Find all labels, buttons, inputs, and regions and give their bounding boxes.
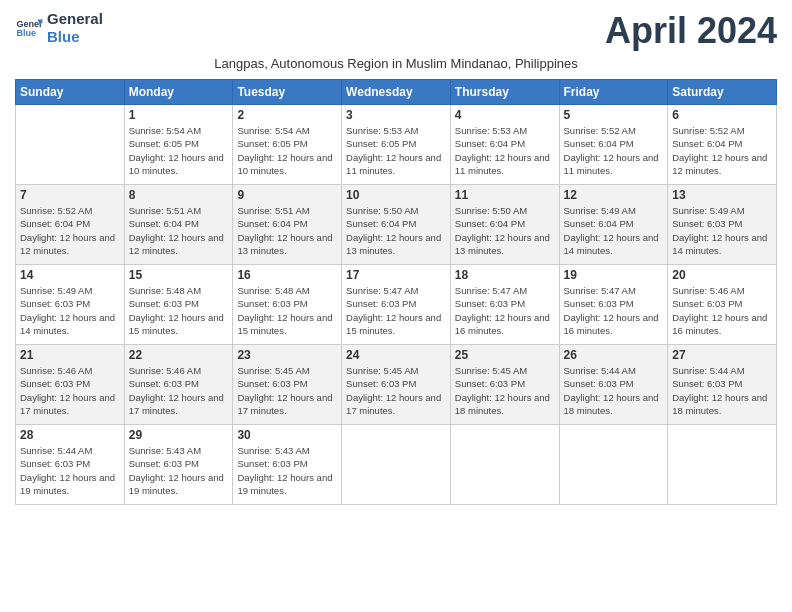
- day-info: Sunrise: 5:52 AMSunset: 6:04 PMDaylight:…: [672, 124, 772, 177]
- table-row: 30Sunrise: 5:43 AMSunset: 6:03 PMDayligh…: [233, 425, 342, 505]
- table-row: 24Sunrise: 5:45 AMSunset: 6:03 PMDayligh…: [342, 345, 451, 425]
- table-row: 19Sunrise: 5:47 AMSunset: 6:03 PMDayligh…: [559, 265, 668, 345]
- day-number: 23: [237, 348, 337, 362]
- table-row: 9Sunrise: 5:51 AMSunset: 6:04 PMDaylight…: [233, 185, 342, 265]
- day-info: Sunrise: 5:46 AMSunset: 6:03 PMDaylight:…: [672, 284, 772, 337]
- day-number: 3: [346, 108, 446, 122]
- day-info: Sunrise: 5:53 AMSunset: 6:04 PMDaylight:…: [455, 124, 555, 177]
- day-number: 8: [129, 188, 229, 202]
- calendar-week-2: 7Sunrise: 5:52 AMSunset: 6:04 PMDaylight…: [16, 185, 777, 265]
- col-header-saturday: Saturday: [668, 80, 777, 105]
- calendar-week-4: 21Sunrise: 5:46 AMSunset: 6:03 PMDayligh…: [16, 345, 777, 425]
- col-header-sunday: Sunday: [16, 80, 125, 105]
- table-row: [559, 425, 668, 505]
- day-number: 18: [455, 268, 555, 282]
- day-info: Sunrise: 5:49 AMSunset: 6:04 PMDaylight:…: [564, 204, 664, 257]
- col-header-tuesday: Tuesday: [233, 80, 342, 105]
- table-row: 12Sunrise: 5:49 AMSunset: 6:04 PMDayligh…: [559, 185, 668, 265]
- day-number: 16: [237, 268, 337, 282]
- day-info: Sunrise: 5:47 AMSunset: 6:03 PMDaylight:…: [564, 284, 664, 337]
- day-number: 26: [564, 348, 664, 362]
- day-number: 19: [564, 268, 664, 282]
- day-number: 14: [20, 268, 120, 282]
- day-info: Sunrise: 5:47 AMSunset: 6:03 PMDaylight:…: [346, 284, 446, 337]
- col-header-friday: Friday: [559, 80, 668, 105]
- day-info: Sunrise: 5:44 AMSunset: 6:03 PMDaylight:…: [672, 364, 772, 417]
- day-info: Sunrise: 5:49 AMSunset: 6:03 PMDaylight:…: [20, 284, 120, 337]
- calendar-week-3: 14Sunrise: 5:49 AMSunset: 6:03 PMDayligh…: [16, 265, 777, 345]
- day-number: 25: [455, 348, 555, 362]
- day-number: 1: [129, 108, 229, 122]
- col-header-wednesday: Wednesday: [342, 80, 451, 105]
- table-row: 7Sunrise: 5:52 AMSunset: 6:04 PMDaylight…: [16, 185, 125, 265]
- table-row: 28Sunrise: 5:44 AMSunset: 6:03 PMDayligh…: [16, 425, 125, 505]
- calendar-week-1: 1Sunrise: 5:54 AMSunset: 6:05 PMDaylight…: [16, 105, 777, 185]
- day-number: 17: [346, 268, 446, 282]
- day-info: Sunrise: 5:50 AMSunset: 6:04 PMDaylight:…: [455, 204, 555, 257]
- calendar-week-5: 28Sunrise: 5:44 AMSunset: 6:03 PMDayligh…: [16, 425, 777, 505]
- day-info: Sunrise: 5:44 AMSunset: 6:03 PMDaylight:…: [564, 364, 664, 417]
- day-info: Sunrise: 5:53 AMSunset: 6:05 PMDaylight:…: [346, 124, 446, 177]
- table-row: 5Sunrise: 5:52 AMSunset: 6:04 PMDaylight…: [559, 105, 668, 185]
- table-row: 21Sunrise: 5:46 AMSunset: 6:03 PMDayligh…: [16, 345, 125, 425]
- month-title: April 2024: [605, 10, 777, 52]
- day-number: 7: [20, 188, 120, 202]
- day-info: Sunrise: 5:52 AMSunset: 6:04 PMDaylight:…: [20, 204, 120, 257]
- day-number: 28: [20, 428, 120, 442]
- svg-text:Blue: Blue: [16, 28, 36, 38]
- day-info: Sunrise: 5:54 AMSunset: 6:05 PMDaylight:…: [237, 124, 337, 177]
- day-number: 12: [564, 188, 664, 202]
- day-info: Sunrise: 5:51 AMSunset: 6:04 PMDaylight:…: [237, 204, 337, 257]
- day-number: 29: [129, 428, 229, 442]
- col-header-monday: Monday: [124, 80, 233, 105]
- day-info: Sunrise: 5:49 AMSunset: 6:03 PMDaylight:…: [672, 204, 772, 257]
- table-row: 15Sunrise: 5:48 AMSunset: 6:03 PMDayligh…: [124, 265, 233, 345]
- day-info: Sunrise: 5:45 AMSunset: 6:03 PMDaylight:…: [455, 364, 555, 417]
- day-number: 15: [129, 268, 229, 282]
- day-info: Sunrise: 5:54 AMSunset: 6:05 PMDaylight:…: [129, 124, 229, 177]
- calendar-header-row: SundayMondayTuesdayWednesdayThursdayFrid…: [16, 80, 777, 105]
- table-row: 23Sunrise: 5:45 AMSunset: 6:03 PMDayligh…: [233, 345, 342, 425]
- day-number: 30: [237, 428, 337, 442]
- day-number: 27: [672, 348, 772, 362]
- day-number: 9: [237, 188, 337, 202]
- day-number: 24: [346, 348, 446, 362]
- table-row: 4Sunrise: 5:53 AMSunset: 6:04 PMDaylight…: [450, 105, 559, 185]
- day-info: Sunrise: 5:48 AMSunset: 6:03 PMDaylight:…: [237, 284, 337, 337]
- table-row: 1Sunrise: 5:54 AMSunset: 6:05 PMDaylight…: [124, 105, 233, 185]
- day-info: Sunrise: 5:48 AMSunset: 6:03 PMDaylight:…: [129, 284, 229, 337]
- table-row: [450, 425, 559, 505]
- day-info: Sunrise: 5:43 AMSunset: 6:03 PMDaylight:…: [129, 444, 229, 497]
- day-number: 13: [672, 188, 772, 202]
- day-info: Sunrise: 5:47 AMSunset: 6:03 PMDaylight:…: [455, 284, 555, 337]
- table-row: 14Sunrise: 5:49 AMSunset: 6:03 PMDayligh…: [16, 265, 125, 345]
- day-info: Sunrise: 5:51 AMSunset: 6:04 PMDaylight:…: [129, 204, 229, 257]
- day-info: Sunrise: 5:52 AMSunset: 6:04 PMDaylight:…: [564, 124, 664, 177]
- table-row: 10Sunrise: 5:50 AMSunset: 6:04 PMDayligh…: [342, 185, 451, 265]
- table-row: 6Sunrise: 5:52 AMSunset: 6:04 PMDaylight…: [668, 105, 777, 185]
- table-row: [668, 425, 777, 505]
- table-row: 2Sunrise: 5:54 AMSunset: 6:05 PMDaylight…: [233, 105, 342, 185]
- table-row: 17Sunrise: 5:47 AMSunset: 6:03 PMDayligh…: [342, 265, 451, 345]
- day-number: 10: [346, 188, 446, 202]
- logo-blue: Blue: [47, 28, 103, 46]
- col-header-thursday: Thursday: [450, 80, 559, 105]
- day-info: Sunrise: 5:46 AMSunset: 6:03 PMDaylight:…: [129, 364, 229, 417]
- day-number: 22: [129, 348, 229, 362]
- day-number: 2: [237, 108, 337, 122]
- table-row: 18Sunrise: 5:47 AMSunset: 6:03 PMDayligh…: [450, 265, 559, 345]
- page-header: General Blue General Blue April 2024: [15, 10, 777, 52]
- day-info: Sunrise: 5:43 AMSunset: 6:03 PMDaylight:…: [237, 444, 337, 497]
- day-info: Sunrise: 5:46 AMSunset: 6:03 PMDaylight:…: [20, 364, 120, 417]
- table-row: 8Sunrise: 5:51 AMSunset: 6:04 PMDaylight…: [124, 185, 233, 265]
- table-row: 26Sunrise: 5:44 AMSunset: 6:03 PMDayligh…: [559, 345, 668, 425]
- day-number: 6: [672, 108, 772, 122]
- day-number: 20: [672, 268, 772, 282]
- day-number: 4: [455, 108, 555, 122]
- day-number: 21: [20, 348, 120, 362]
- day-info: Sunrise: 5:44 AMSunset: 6:03 PMDaylight:…: [20, 444, 120, 497]
- logo: General Blue General Blue: [15, 10, 103, 46]
- table-row: 22Sunrise: 5:46 AMSunset: 6:03 PMDayligh…: [124, 345, 233, 425]
- table-row: [342, 425, 451, 505]
- calendar-table: SundayMondayTuesdayWednesdayThursdayFrid…: [15, 79, 777, 505]
